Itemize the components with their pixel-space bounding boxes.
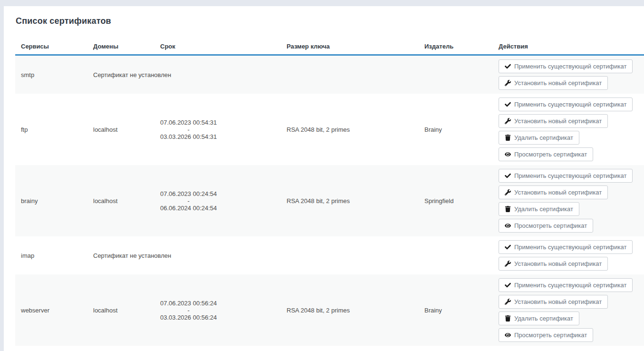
key-size: RSA 2048 bit, 2 primes [281, 307, 419, 314]
column-header-term: Срок [154, 43, 281, 49]
button-label: Применить существующий сертификат [514, 101, 626, 108]
button-label: Установить новый сертификат [514, 79, 602, 87]
apply-existing-cert-button[interactable]: Применить существующий сертификат [499, 169, 633, 183]
button-label: Просмотреть сертификат [514, 222, 587, 229]
eye-icon [505, 151, 511, 157]
term-cell: 07.06.2023 00:56:24 - 03.03.2026 00:56:2… [154, 300, 281, 321]
domain-name: localhost [87, 197, 154, 205]
button-label: Установить новый сертификат [514, 117, 602, 125]
actions-cell: Применить существующий сертификат Устано… [493, 169, 644, 233]
button-label: Удалить сертификат [514, 315, 573, 322]
trash-icon [505, 135, 511, 141]
wrench-icon [505, 118, 511, 124]
term-to: 06.06.2024 00:24:54 [160, 205, 217, 212]
view-cert-button[interactable]: Просмотреть сертификат [499, 219, 593, 233]
column-header-key-size: Размер ключа [281, 43, 419, 49]
button-label: Применить существующий сертификат [514, 244, 626, 251]
term-cell: 07.06.2023 00:24:54 - 06.06.2024 00:24:5… [154, 190, 281, 212]
button-label: Применить существующий сертификат [514, 172, 626, 179]
domain-name: localhost [87, 307, 154, 314]
check-icon [505, 101, 511, 107]
certificate-term: 07.06.2023 00:56:24 - 03.03.2026 00:56:2… [160, 300, 217, 321]
view-cert-button[interactable]: Просмотреть сертификат [499, 147, 593, 161]
service-name: brainy [15, 197, 87, 205]
button-label: Установить новый сертификат [514, 189, 602, 196]
certificate-status: Сертификат не установлен [87, 252, 154, 259]
term-separator: - [160, 126, 217, 133]
apply-existing-cert-button[interactable]: Применить существующий сертификат [499, 240, 633, 254]
install-new-cert-button[interactable]: Установить новый сертификат [499, 185, 608, 199]
service-name: smtp [15, 71, 87, 78]
trash-icon [505, 206, 511, 212]
certificates-card: Список сертификатов Сервисы Домены Срок … [4, 6, 644, 351]
eye-icon [505, 223, 511, 229]
button-label: Просмотреть сертификат [514, 151, 587, 158]
check-icon [505, 173, 511, 179]
check-icon [505, 282, 511, 288]
view-cert-button[interactable]: Просмотреть сертификат [499, 328, 593, 342]
apply-existing-cert-button[interactable]: Применить существующий сертификат [499, 59, 633, 73]
term-cell: 07.06.2023 00:54:31 - 03.03.2026 00:54:3… [154, 119, 281, 140]
term-from: 07.06.2023 00:54:31 [160, 119, 217, 126]
column-header-issuer: Издатель [419, 43, 493, 49]
delete-cert-button[interactable]: Удалить сертификат [499, 312, 579, 325]
term-to: 03.03.2026 00:56:24 [160, 314, 217, 321]
button-label: Установить новый сертификат [514, 298, 602, 305]
apply-existing-cert-button[interactable]: Применить существующий сертификат [499, 278, 633, 292]
button-label: Удалить сертификат [514, 134, 573, 141]
actions-cell: Применить существующий сертификат Устано… [493, 278, 644, 342]
delete-cert-button[interactable]: Удалить сертификат [499, 202, 579, 216]
certificate-term: 07.06.2023 00:54:31 - 03.03.2026 00:54:3… [160, 119, 217, 140]
service-name: webserver [15, 307, 87, 314]
delete-cert-button[interactable]: Удалить сертификат [499, 131, 579, 145]
install-new-cert-button[interactable]: Установить новый сертификат [499, 114, 608, 128]
certificates-table: Сервисы Домены Срок Размер ключа Издател… [15, 39, 644, 346]
button-label: Применить существующий сертификат [514, 282, 626, 289]
issuer: Brainy [419, 126, 493, 133]
term-from: 07.06.2023 00:56:24 [160, 300, 217, 307]
wrench-icon [505, 261, 511, 267]
term-from: 07.06.2023 00:24:54 [160, 190, 217, 197]
term-separator: - [160, 307, 217, 314]
check-icon [505, 63, 511, 69]
install-new-cert-button[interactable]: Установить новый сертификат [499, 295, 608, 309]
page-title: Список сертификатов [4, 6, 644, 26]
domain-name: localhost [87, 126, 154, 133]
key-size: RSA 2048 bit, 2 primes [281, 197, 419, 205]
button-label: Применить существующий сертификат [514, 63, 626, 70]
wrench-icon [505, 299, 511, 305]
term-to: 03.03.2026 00:54:31 [160, 133, 217, 140]
actions-cell: Применить существующий сертификат Устано… [493, 98, 644, 161]
column-header-actions: Действия [493, 43, 644, 49]
wrench-icon [505, 189, 511, 195]
table-header-row: Сервисы Домены Срок Размер ключа Издател… [15, 39, 644, 54]
issuer: Springfield [419, 197, 493, 205]
button-label: Установить новый сертификат [514, 260, 602, 267]
check-icon [505, 244, 511, 250]
actions-cell: Применить существующий сертификат Устано… [493, 240, 644, 271]
install-new-cert-button[interactable]: Установить новый сертификат [499, 257, 608, 271]
install-new-cert-button[interactable]: Установить новый сертификат [499, 76, 608, 90]
eye-icon [505, 332, 511, 338]
table-row-webserver: webserver localhost 07.06.2023 00:56:24 … [15, 274, 644, 346]
key-size: RSA 2048 bit, 2 primes [281, 126, 419, 133]
table-row-ftp: ftp localhost 07.06.2023 00:54:31 - 03.0… [15, 94, 644, 165]
term-separator: - [160, 197, 217, 205]
button-label: Удалить сертификат [514, 205, 573, 213]
issuer: Brainy [419, 307, 493, 314]
apply-existing-cert-button[interactable]: Применить существующий сертификат [499, 98, 633, 111]
trash-icon [505, 315, 511, 322]
button-label: Просмотреть сертификат [514, 332, 587, 339]
certificate-status: Сертификат не установлен [87, 71, 154, 78]
certificate-term: 07.06.2023 00:24:54 - 06.06.2024 00:24:5… [160, 190, 217, 212]
column-header-domains: Домены [87, 43, 154, 49]
service-name: ftp [15, 126, 87, 133]
table-row-imap: imap Сертификат не установлен Применить … [15, 236, 644, 274]
table-row-smtp: smtp Сертификат не установлен Применить … [15, 56, 644, 94]
actions-cell: Применить существующий сертификат Устано… [493, 59, 644, 90]
service-name: imap [15, 252, 87, 259]
column-header-services: Сервисы [15, 43, 87, 49]
table-row-brainy: brainy localhost 07.06.2023 00:24:54 - 0… [15, 165, 644, 236]
wrench-icon [505, 80, 511, 86]
